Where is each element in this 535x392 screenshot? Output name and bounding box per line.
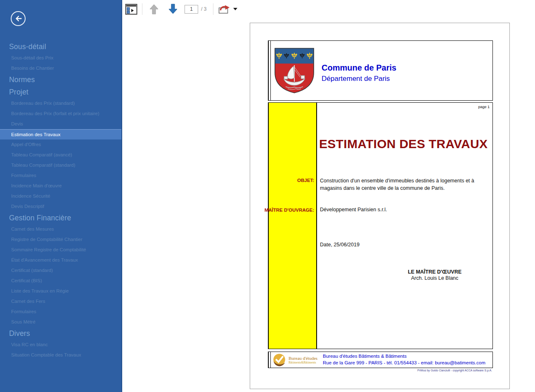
sidebar-item-incidence-main-d-uvre[interactable]: Incidence Main d'œuvre — [0, 181, 121, 191]
footer-line1: Bureau d'études Bâtiments & Bâtiments — [323, 353, 485, 360]
sidebar-section-normes: Normes — [0, 73, 121, 86]
footer-line2: Rue de la Gare 999 - PARIS - tél. 01/554… — [323, 360, 485, 366]
sidebar-item-certificat-standard[interactable]: Certificat (standard) — [0, 265, 121, 276]
sidebar-item-appel-d-offres[interactable]: Appel d'Offres — [0, 139, 121, 150]
signature-role: LE MAÎTRE D'ŒUVRE — [381, 269, 488, 275]
page-number-input[interactable] — [185, 5, 198, 14]
page-total-label: / 3 — [201, 6, 206, 12]
yellow-label-column: OBJET: MAÎTRE D'OUVRAGE: — [269, 103, 317, 349]
signature-name: Arch. Louis Le Blanc — [381, 275, 488, 281]
bureau-logo-text: Bureau d'études Bâtiments&Bâtiments — [289, 356, 321, 364]
sidebar-item-besoins-de-chantier[interactable]: Besoins de Chantier — [0, 63, 121, 73]
footer-address: Bureau d'études Bâtiments & Bâtiments Ru… — [323, 353, 485, 366]
software-credit: PriMus by Guido Cianciulli - copyright A… — [417, 369, 492, 372]
toolbar-separator — [213, 3, 213, 15]
spine-line — [270, 41, 271, 100]
document-body: OBJET: MAÎTRE D'OUVRAGE: page 1 ESTIMATI… — [268, 102, 493, 349]
document-header: Commune de Paris Département de Paris — [268, 40, 493, 101]
sidebar-section-gestion-financiere: Gestion Financière — [0, 212, 121, 224]
page-down-arrow-icon — [168, 4, 178, 14]
back-arrow-icon — [14, 14, 23, 23]
sidebar-item-devis-descriptif[interactable]: Devis Descriptif — [0, 201, 121, 212]
objet-label: OBJET: — [297, 178, 314, 183]
preview-toolbar: / 3 — [122, 0, 535, 18]
export-button[interactable] — [218, 4, 231, 14]
sidebar-item-sommaire-registre-de-comptabilite[interactable]: Sommaire Registre de Comptabilité — [0, 245, 121, 255]
sidebar: Sous-détailSous-détail des PrixBesoins d… — [0, 0, 122, 392]
bureau-logo — [272, 353, 286, 367]
paris-coat-of-arms — [274, 47, 315, 94]
sidebar-item-registre-de-comptabilite-chantier[interactable]: Registre de Comptabilité Chantier — [0, 234, 121, 245]
bureau-logo-subtitle: Bâtiments&Bâtiments — [289, 361, 321, 364]
date-line: Date, 25/06/2019 — [320, 242, 360, 248]
document-body-content: page 1 ESTIMATION DES TRAVAUX Constructi… — [317, 103, 492, 349]
sidebar-nav: Sous-détailSous-détail des PrixBesoins d… — [0, 40, 121, 360]
sidebar-item-bordereau-des-prix-forfait-et-prix-unitaire[interactable]: Bordereau des Prix (forfait et prix unit… — [0, 109, 121, 119]
sidebar-item-estimation-des-travaux[interactable]: Estimation des Travaux — [0, 129, 121, 139]
sidebar-item-tableau-comparatif-standard[interactable]: Tableau Comparatif (standard) — [0, 160, 121, 170]
commune-title: Commune de Paris — [322, 63, 396, 73]
sidebar-item-situation-comptable-des-travaux[interactable]: Situation Comptable des Travaux — [0, 350, 121, 360]
objet-value: Construction d'un ensemble d'immeubles d… — [320, 177, 482, 192]
sidebar-item-carnet-des-mesures[interactable]: Carnet des Mesures — [0, 224, 121, 234]
sidebar-item-tableau-comparatif-avance[interactable]: Tableau Comparatif (avancé) — [0, 150, 121, 160]
panel-toggle-icon — [125, 4, 137, 15]
sidebar-section-divers: Divers — [0, 327, 121, 340]
page-up-arrow-icon — [149, 4, 159, 14]
commune-header-text: Commune de Paris Département de Paris — [322, 63, 396, 83]
spine-line — [270, 352, 271, 368]
sidebar-item-carnet-des-fers[interactable]: Carnet des Fers — [0, 296, 121, 307]
document-title: ESTIMATION DES TRAVAUX — [319, 137, 488, 151]
maitre-ouvrage-value: Développement Parisien s.r.l. — [320, 207, 387, 213]
next-page-button[interactable] — [168, 4, 178, 14]
sidebar-item-visa-rc-en-blanc[interactable]: Visa RC en blanc — [0, 340, 121, 350]
page-number-label: page 1 — [478, 105, 490, 109]
preview-area: / 3 — [122, 0, 535, 392]
document-page: Commune de Paris Département de Paris OB… — [250, 23, 510, 389]
previous-page-button[interactable] — [149, 4, 159, 14]
sidebar-item-liste-des-travaux-en-regie[interactable]: Liste des Travaux en Régie — [0, 286, 121, 296]
sidebar-item-sous-detail-des-prix[interactable]: Sous-détail des Prix — [0, 53, 121, 63]
sidebar-item-bordereau-des-prix-standard[interactable]: Bordereau des Prix (standard) — [0, 98, 121, 109]
panel-toggle-button[interactable] — [125, 4, 137, 15]
sidebar-section-projet: Projet — [0, 86, 121, 98]
sidebar-item-devis[interactable]: Devis — [0, 119, 121, 129]
sidebar-item-formulaires[interactable]: Formulaires — [0, 170, 121, 181]
maitre-ouvrage-label: MAÎTRE D'OUVRAGE: — [265, 208, 314, 213]
sidebar-section-sous-detail: Sous-détail — [0, 40, 121, 53]
document-footer: Bureau d'études Bâtiments&Bâtiments Bure… — [268, 352, 493, 368]
back-button[interactable] — [11, 11, 26, 26]
sidebar-item-sous-metre[interactable]: Sous Métré — [0, 317, 121, 327]
export-dropdown-caret[interactable] — [233, 8, 237, 10]
signature-block: LE MAÎTRE D'ŒUVRE Arch. Louis Le Blanc — [381, 269, 488, 281]
sidebar-item-formulaires[interactable]: Formulaires — [0, 307, 121, 317]
sidebar-item-certificat-bis[interactable]: Certificat (BIS) — [0, 276, 121, 286]
toolbar-separator — [142, 3, 142, 15]
departement-subtitle: Département de Paris — [322, 75, 396, 83]
sidebar-item-etat-d-avancement-des-travaux[interactable]: État d'Avancement des Travaux — [0, 255, 121, 265]
sidebar-item-incidence-securite[interactable]: Incidence Sécurité — [0, 191, 121, 201]
bureau-logo-title: Bureau d'études — [289, 356, 321, 361]
export-arrow-icon — [218, 4, 231, 14]
